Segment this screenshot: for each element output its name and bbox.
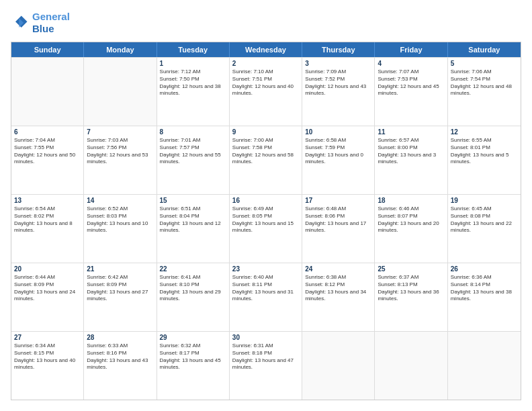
day-number: 14 [87, 197, 153, 204]
day-number: 9 [232, 128, 299, 136]
cal-cell: 8Sunrise: 7:01 AM Sunset: 7:57 PM Daylig… [157, 126, 230, 194]
cell-info: Sunrise: 7:09 AM Sunset: 7:52 PM Dayligh… [305, 68, 371, 97]
cal-cell: 23Sunrise: 6:40 AM Sunset: 8:11 PM Dayli… [230, 263, 302, 331]
cell-info: Sunrise: 6:31 AM Sunset: 8:18 PM Dayligh… [232, 342, 299, 371]
day-number: 7 [87, 128, 153, 136]
page: General Blue SundayMondayTuesdayWednesda… [0, 0, 532, 411]
day-number: 10 [305, 128, 371, 136]
cal-cell: 28Sunrise: 6:33 AM Sunset: 8:16 PM Dayli… [84, 332, 157, 400]
cal-cell: 15Sunrise: 6:51 AM Sunset: 8:04 PM Dayli… [157, 195, 230, 263]
cal-cell: 21Sunrise: 6:42 AM Sunset: 8:09 PM Dayli… [84, 263, 157, 331]
day-number: 11 [378, 128, 444, 136]
cell-info: Sunrise: 6:38 AM Sunset: 8:12 PM Dayligh… [305, 274, 371, 303]
week-row-3: 20Sunrise: 6:44 AM Sunset: 8:09 PM Dayli… [11, 263, 521, 331]
cal-cell [375, 332, 447, 400]
cal-cell: 16Sunrise: 6:49 AM Sunset: 8:05 PM Dayli… [230, 195, 302, 263]
calendar: SundayMondayTuesdayWednesdayThursdayFrid… [11, 42, 521, 400]
cal-cell: 10Sunrise: 6:58 AM Sunset: 7:59 PM Dayli… [302, 126, 375, 194]
cell-info: Sunrise: 6:55 AM Sunset: 8:01 PM Dayligh… [451, 137, 518, 166]
cell-info: Sunrise: 6:52 AM Sunset: 8:03 PM Dayligh… [87, 205, 153, 234]
logo-text: General Blue [32, 11, 70, 35]
week-row-0: 1Sunrise: 7:12 AM Sunset: 7:50 PM Daylig… [11, 57, 521, 126]
cal-cell: 7Sunrise: 7:03 AM Sunset: 7:56 PM Daylig… [84, 126, 157, 194]
cal-cell: 1Sunrise: 7:12 AM Sunset: 7:50 PM Daylig… [157, 58, 230, 126]
cal-cell: 12Sunrise: 6:55 AM Sunset: 8:01 PM Dayli… [448, 126, 521, 194]
cal-cell [11, 58, 84, 126]
day-number: 16 [232, 197, 299, 204]
cell-info: Sunrise: 7:00 AM Sunset: 7:58 PM Dayligh… [232, 137, 299, 166]
logo: General Blue [11, 11, 70, 35]
calendar-header: SundayMondayTuesdayWednesdayThursdayFrid… [11, 42, 521, 57]
cal-cell: 22Sunrise: 6:41 AM Sunset: 8:10 PM Dayli… [157, 263, 230, 331]
cell-info: Sunrise: 6:32 AM Sunset: 8:17 PM Dayligh… [160, 342, 226, 371]
cell-info: Sunrise: 7:06 AM Sunset: 7:54 PM Dayligh… [451, 68, 518, 97]
day-number: 30 [232, 334, 299, 341]
cell-info: Sunrise: 6:36 AM Sunset: 8:14 PM Dayligh… [451, 274, 518, 303]
day-number: 24 [305, 265, 371, 273]
cal-cell [302, 332, 375, 400]
cal-cell: 20Sunrise: 6:44 AM Sunset: 8:09 PM Dayli… [11, 263, 84, 331]
cal-cell: 13Sunrise: 6:54 AM Sunset: 8:02 PM Dayli… [11, 195, 84, 263]
day-number: 27 [14, 334, 81, 341]
cal-cell: 25Sunrise: 6:37 AM Sunset: 8:13 PM Dayli… [375, 263, 447, 331]
cell-info: Sunrise: 7:10 AM Sunset: 7:51 PM Dayligh… [232, 68, 299, 97]
cell-info: Sunrise: 6:58 AM Sunset: 7:59 PM Dayligh… [305, 137, 371, 166]
day-number: 1 [160, 60, 226, 67]
cell-info: Sunrise: 6:33 AM Sunset: 8:16 PM Dayligh… [87, 342, 153, 371]
day-number: 19 [451, 197, 518, 204]
cell-info: Sunrise: 7:03 AM Sunset: 7:56 PM Dayligh… [87, 137, 153, 166]
day-number: 12 [451, 128, 518, 136]
day-number: 21 [87, 265, 153, 273]
day-header-thursday: Thursday [302, 42, 375, 57]
cell-info: Sunrise: 6:57 AM Sunset: 8:00 PM Dayligh… [378, 137, 444, 166]
day-number: 5 [451, 60, 518, 67]
day-header-sunday: Sunday [11, 42, 84, 57]
day-header-monday: Monday [84, 42, 157, 57]
logo-icon [11, 13, 30, 32]
cell-info: Sunrise: 6:40 AM Sunset: 8:11 PM Dayligh… [232, 274, 299, 303]
day-number: 25 [378, 265, 444, 273]
cal-cell: 5Sunrise: 7:06 AM Sunset: 7:54 PM Daylig… [448, 58, 521, 126]
cal-cell: 6Sunrise: 7:04 AM Sunset: 7:55 PM Daylig… [11, 126, 84, 194]
cell-info: Sunrise: 6:48 AM Sunset: 8:06 PM Dayligh… [305, 205, 371, 234]
cell-info: Sunrise: 6:44 AM Sunset: 8:09 PM Dayligh… [14, 274, 81, 303]
day-number: 17 [305, 197, 371, 204]
day-number: 13 [14, 197, 81, 204]
day-header-friday: Friday [375, 42, 447, 57]
cal-cell: 29Sunrise: 6:32 AM Sunset: 8:17 PM Dayli… [157, 332, 230, 400]
cal-cell: 30Sunrise: 6:31 AM Sunset: 8:18 PM Dayli… [230, 332, 302, 400]
cal-cell: 2Sunrise: 7:10 AM Sunset: 7:51 PM Daylig… [230, 58, 302, 126]
day-number: 28 [87, 334, 153, 341]
day-number: 26 [451, 265, 518, 273]
day-number: 18 [378, 197, 444, 204]
week-row-4: 27Sunrise: 6:34 AM Sunset: 8:15 PM Dayli… [11, 331, 521, 400]
day-number: 23 [232, 265, 299, 273]
day-number: 4 [378, 60, 444, 67]
cell-info: Sunrise: 6:51 AM Sunset: 8:04 PM Dayligh… [160, 205, 226, 234]
cell-info: Sunrise: 7:01 AM Sunset: 7:57 PM Dayligh… [160, 137, 226, 166]
cal-cell: 19Sunrise: 6:45 AM Sunset: 8:08 PM Dayli… [448, 195, 521, 263]
day-number: 2 [232, 60, 299, 67]
day-header-wednesday: Wednesday [230, 42, 302, 57]
cell-info: Sunrise: 6:49 AM Sunset: 8:05 PM Dayligh… [232, 205, 299, 234]
day-header-saturday: Saturday [448, 42, 521, 57]
day-number: 22 [160, 265, 226, 273]
cal-cell: 27Sunrise: 6:34 AM Sunset: 8:15 PM Dayli… [11, 332, 84, 400]
cal-cell [448, 332, 521, 400]
day-number: 29 [160, 334, 226, 341]
cell-info: Sunrise: 7:04 AM Sunset: 7:55 PM Dayligh… [14, 137, 81, 166]
cell-info: Sunrise: 6:45 AM Sunset: 8:08 PM Dayligh… [451, 205, 518, 234]
header: General Blue [11, 11, 521, 35]
cell-info: Sunrise: 6:42 AM Sunset: 8:09 PM Dayligh… [87, 274, 153, 303]
cal-cell: 18Sunrise: 6:46 AM Sunset: 8:07 PM Dayli… [375, 195, 447, 263]
week-row-1: 6Sunrise: 7:04 AM Sunset: 7:55 PM Daylig… [11, 126, 521, 194]
cal-cell: 4Sunrise: 7:07 AM Sunset: 7:53 PM Daylig… [375, 58, 447, 126]
cal-cell: 24Sunrise: 6:38 AM Sunset: 8:12 PM Dayli… [302, 263, 375, 331]
cell-info: Sunrise: 6:37 AM Sunset: 8:13 PM Dayligh… [378, 274, 444, 303]
cell-info: Sunrise: 7:12 AM Sunset: 7:50 PM Dayligh… [160, 68, 226, 97]
day-number: 8 [160, 128, 226, 136]
cal-cell [84, 58, 157, 126]
day-number: 6 [14, 128, 81, 136]
calendar-body: 1Sunrise: 7:12 AM Sunset: 7:50 PM Daylig… [11, 57, 521, 400]
cal-cell: 9Sunrise: 7:00 AM Sunset: 7:58 PM Daylig… [230, 126, 302, 194]
